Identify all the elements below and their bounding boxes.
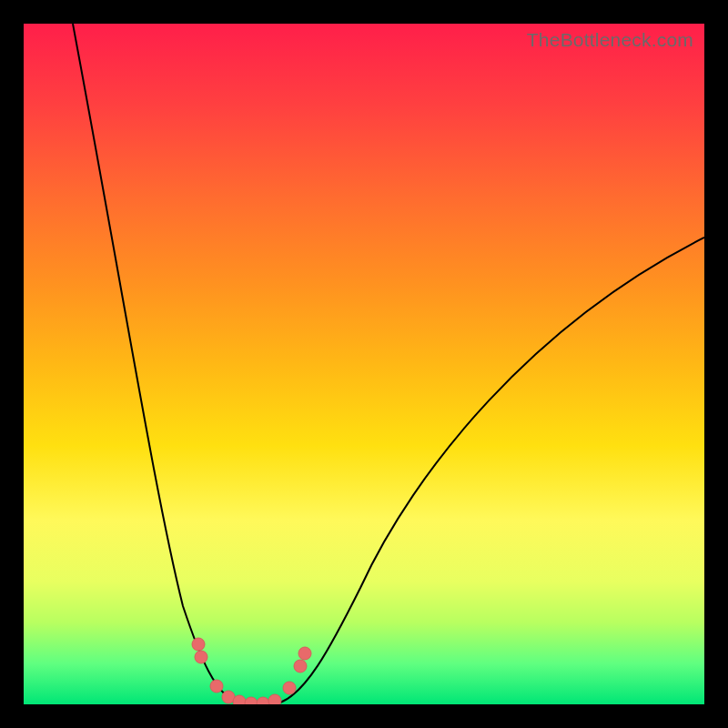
curve-layer bbox=[24, 24, 704, 704]
chart-plot-area: TheBottleneck.com bbox=[24, 24, 704, 704]
marker-dot bbox=[294, 660, 307, 672]
marker-dot bbox=[192, 638, 205, 651]
marker-dot bbox=[283, 682, 296, 694]
marker-dot bbox=[245, 697, 258, 704]
right-curve bbox=[256, 238, 704, 704]
left-curve bbox=[73, 24, 260, 704]
watermark-text: TheBottleneck.com bbox=[527, 29, 693, 51]
marker-dot bbox=[195, 651, 207, 663]
marker-dot bbox=[210, 680, 223, 693]
marker-dot bbox=[233, 695, 246, 704]
marker-dot bbox=[268, 694, 281, 704]
marker-dot bbox=[298, 647, 311, 660]
marker-dot bbox=[257, 697, 269, 704]
